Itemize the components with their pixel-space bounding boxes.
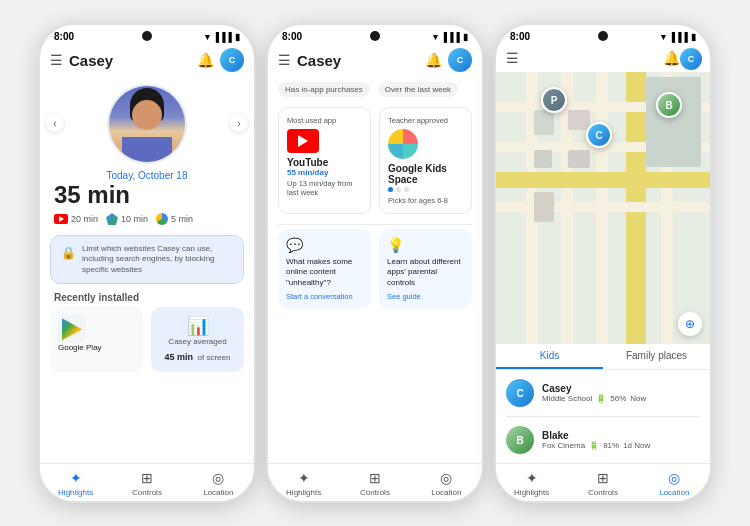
location-icon-3: ◎ <box>668 470 680 486</box>
bell-icon-1[interactable]: 🔔 <box>197 52 214 68</box>
kids-space-card[interactable]: Teacher approved Google Kids Space Picks… <box>379 107 472 214</box>
nav-controls-2[interactable]: ⊞ Controls <box>339 470 410 497</box>
yt-name: YouTube <box>287 157 362 168</box>
highlights-icon-3: ✦ <box>526 470 538 486</box>
nav-location-3[interactable]: ◎ Location <box>639 470 710 497</box>
blake-time: 1d Now <box>623 441 650 450</box>
bell-icon-3[interactable]: 🔔 <box>663 50 680 66</box>
blake-avatar: B <box>506 426 534 454</box>
phone1-content: ‹ › Today, October 18 35 min <box>40 78 254 463</box>
casey-battery-icon: 🔋 <box>596 394 606 403</box>
map-pin-casey[interactable]: C <box>586 122 612 148</box>
location-item-casey[interactable]: C Casey Middle School 🔋 56% Now <box>496 374 710 412</box>
nav-controls-3[interactable]: ⊞ Controls <box>567 470 638 497</box>
suggestion-text: Limit which websites Casey can use, incl… <box>82 244 233 275</box>
map-pin-person1[interactable]: P <box>541 87 567 113</box>
recently-installed-label: Recently installed <box>40 286 254 307</box>
status-time-1: 8:00 <box>54 31 74 42</box>
nav-highlights-3[interactable]: ✦ Highlights <box>496 470 567 497</box>
top-nav-3-area: ☰ 🔔 C <box>496 44 710 72</box>
status-icons-1: ▾ ▐▐▐ ▮ <box>205 32 240 42</box>
location-item-blake[interactable]: B Blake Fox Cinema 🔋 81% 1d Now <box>496 421 710 459</box>
kids-space-icon <box>388 129 418 159</box>
question-card-2[interactable]: 💡 Learn about different apps' parental c… <box>379 229 472 309</box>
divider-2 <box>278 224 472 225</box>
location-icon-1: ◎ <box>212 470 224 486</box>
stat-text: Casey averaged <box>165 337 231 346</box>
building-2 <box>568 110 590 130</box>
hamburger-icon-3[interactable]: ☰ <box>506 50 519 66</box>
nav-highlights-1[interactable]: ✦ Highlights <box>40 470 111 497</box>
google-play-card[interactable]: Google Play <box>50 307 143 372</box>
nav-location-1[interactable]: ◎ Location <box>183 470 254 497</box>
controls-label-2: Controls <box>360 488 390 497</box>
bell-icon-2[interactable]: 🔔 <box>425 52 442 68</box>
dot-1 <box>388 187 393 192</box>
casey-avatar: C <box>506 379 534 407</box>
casey-battery: 56% <box>610 394 626 403</box>
user-avatar-1[interactable]: C <box>220 48 244 72</box>
next-arrow[interactable]: › <box>230 114 248 132</box>
bottom-nav-3: ✦ Highlights ⊞ Controls ◎ Location <box>496 463 710 501</box>
yt-extra: Up 13 min/day from last week <box>287 179 362 197</box>
user-avatar-3[interactable]: C <box>680 48 702 70</box>
user-avatar-2[interactable]: C <box>448 48 472 72</box>
gplay-label: Google Play <box>58 343 102 352</box>
road-main-h <box>496 172 710 188</box>
map-pin-blake[interactable]: B <box>656 92 682 118</box>
question-action-1[interactable]: Start a conversation <box>286 292 363 301</box>
status-icons-2: ▾ ▐▐▐ ▮ <box>433 32 468 42</box>
hamburger-icon[interactable]: ☰ <box>50 52 63 68</box>
screen-time: 35 min <box>40 181 254 213</box>
battery-icon: ▮ <box>235 32 240 42</box>
youtube-card[interactable]: Most used app YouTube 55 min/day Up 13 m… <box>278 107 371 214</box>
nav-highlights-2[interactable]: ✦ Highlights <box>268 470 339 497</box>
controls-label-1: Controls <box>132 488 162 497</box>
stat-highlight: 45 min <box>165 352 194 362</box>
phones-container: 8:00 ▾ ▐▐▐ ▮ ☰ Casey 🔔 C ‹ <box>28 13 722 513</box>
highlights-label-3: Highlights <box>514 488 549 497</box>
wifi-icon-3: ▾ <box>661 32 666 42</box>
gplay-icon <box>62 318 82 340</box>
question-action-2[interactable]: See guide <box>387 292 464 301</box>
suggestion-card[interactable]: 🔒 Limit which websites Casey can use, in… <box>50 235 244 284</box>
status-time-2: 8:00 <box>282 31 302 42</box>
kids-extra: Picks for ages 6-8 <box>388 196 463 205</box>
nav-location-2[interactable]: ◎ Location <box>411 470 482 497</box>
blake-name: Blake <box>542 430 700 441</box>
phone-3: 8:00 ▾ ▐▐▐ ▮ ☰ 🔔 C <box>494 23 712 503</box>
yt-icon-row <box>287 129 362 153</box>
stat-content: Casey averaged 45 min of screen <box>165 337 231 364</box>
profile-section: ‹ › <box>40 78 254 168</box>
prev-arrow[interactable]: ‹ <box>46 114 64 132</box>
nav-title-2: Casey <box>297 52 419 69</box>
chip-time: Over the last week <box>378 82 458 97</box>
my-location-btn[interactable]: ⊕ <box>678 312 702 336</box>
casey-name: Casey <box>542 383 700 394</box>
chip-purchases: Has in-app purchases <box>278 82 370 97</box>
most-used-label: Most used app <box>287 116 362 125</box>
location-icon-2: ◎ <box>440 470 452 486</box>
chrome-time: 5 min <box>156 213 193 225</box>
bottom-nav-1: ✦ Highlights ⊞ Controls ◎ Location <box>40 463 254 501</box>
highlights-icon-2: ✦ <box>298 470 310 486</box>
hamburger-icon-2[interactable]: ☰ <box>278 52 291 68</box>
signal-icon-2: ▐▐▐ <box>441 32 460 42</box>
location-label-1: Location <box>203 488 233 497</box>
blake-info: Blake Fox Cinema 🔋 81% 1d Now <box>542 430 700 450</box>
status-time-3: 8:00 <box>510 31 530 42</box>
question-card-1[interactable]: 💬 What makes some online content "unheal… <box>278 229 371 309</box>
tab-family-places[interactable]: Family places <box>603 344 710 369</box>
casey-info: Casey Middle School 🔋 56% Now <box>542 383 700 403</box>
blake-battery-icon: 🔋 <box>589 441 599 450</box>
maps-icon <box>106 213 118 225</box>
top-nav-1: ☰ Casey 🔔 C <box>40 44 254 78</box>
dot-3 <box>404 187 409 192</box>
bar-chart-icon: 📊 <box>187 315 209 337</box>
controls-icon-2: ⊞ <box>369 470 381 486</box>
tab-kids[interactable]: Kids <box>496 344 603 369</box>
controls-icon-1: ⊞ <box>141 470 153 486</box>
teacher-approved-label: Teacher approved <box>388 116 463 125</box>
highlights-label-1: Highlights <box>58 488 93 497</box>
nav-controls-1[interactable]: ⊞ Controls <box>111 470 182 497</box>
